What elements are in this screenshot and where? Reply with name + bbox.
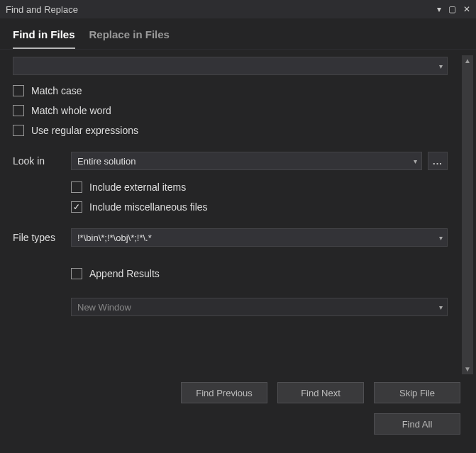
tabs: Find in Files Replace in Files — [0, 18, 476, 50]
use-regex-label: Use regular expressions — [31, 125, 138, 136]
find-all-button[interactable]: Find All — [374, 413, 460, 435]
look-in-label: Look in — [13, 155, 65, 167]
match-whole-word-checkbox[interactable] — [13, 105, 24, 116]
append-results-checkbox[interactable] — [71, 268, 82, 279]
titlebar-controls: ▾ ▢ ✕ — [437, 4, 470, 14]
append-results-label: Append Results — [89, 268, 160, 279]
match-case-checkbox[interactable] — [13, 85, 24, 96]
file-types-combo[interactable]: !*\bin\*;!*\obj\*;!*\.* ▾ — [71, 228, 448, 247]
look-in-value: Entire solution — [77, 156, 135, 167]
file-types-label: File types — [13, 232, 65, 243]
window-title: Find and Replace — [6, 4, 78, 15]
include-external-checkbox[interactable] — [71, 181, 82, 193]
search-term-input[interactable]: ▾ — [13, 57, 448, 75]
dropdown-icon[interactable]: ▾ — [437, 4, 441, 14]
match-case-label: Match case — [31, 85, 82, 96]
use-regex-checkbox[interactable] — [13, 125, 24, 136]
scroll-up-icon[interactable]: ▲ — [464, 57, 471, 65]
include-misc-checkbox[interactable] — [71, 201, 82, 213]
include-external-label: Include external items — [89, 181, 186, 193]
chevron-down-icon[interactable]: ▾ — [414, 157, 417, 165]
tab-replace-in-files[interactable]: Replace in Files — [89, 28, 170, 49]
close-icon[interactable]: ✕ — [463, 4, 470, 14]
skip-file-button[interactable]: Skip File — [374, 382, 460, 403]
results-window-value: New Window — [77, 302, 131, 313]
scrollbar[interactable]: ▲ ▼ — [462, 55, 473, 374]
find-next-button[interactable]: Find Next — [277, 382, 364, 403]
buttons-area: Find Previous Find Next Skip File Find A… — [16, 382, 460, 444]
find-previous-button[interactable]: Find Previous — [181, 382, 267, 403]
chevron-down-icon[interactable]: ▾ — [439, 234, 443, 242]
maximize-icon[interactable]: ▢ — [448, 4, 456, 14]
file-types-value: !*\bin\*;!*\obj\*;!*\.* — [77, 233, 152, 243]
titlebar: Find and Replace ▾ ▢ ✕ — [0, 0, 476, 18]
results-window-combo[interactable]: New Window ▾ — [71, 298, 448, 316]
content-area: ▲ ▼ ▾ Match case Match whole word Use re… — [0, 50, 476, 380]
browse-button[interactable]: ... — [428, 152, 448, 170]
scroll-down-icon[interactable]: ▼ — [464, 365, 471, 373]
chevron-down-icon[interactable]: ▾ — [439, 303, 443, 311]
look-in-combo[interactable]: Entire solution ▾ — [71, 152, 422, 170]
match-whole-word-label: Match whole word — [31, 105, 111, 116]
include-misc-label: Include miscellaneous files — [89, 201, 208, 213]
tab-find-in-files[interactable]: Find in Files — [13, 28, 75, 49]
chevron-down-icon[interactable]: ▾ — [439, 62, 443, 70]
